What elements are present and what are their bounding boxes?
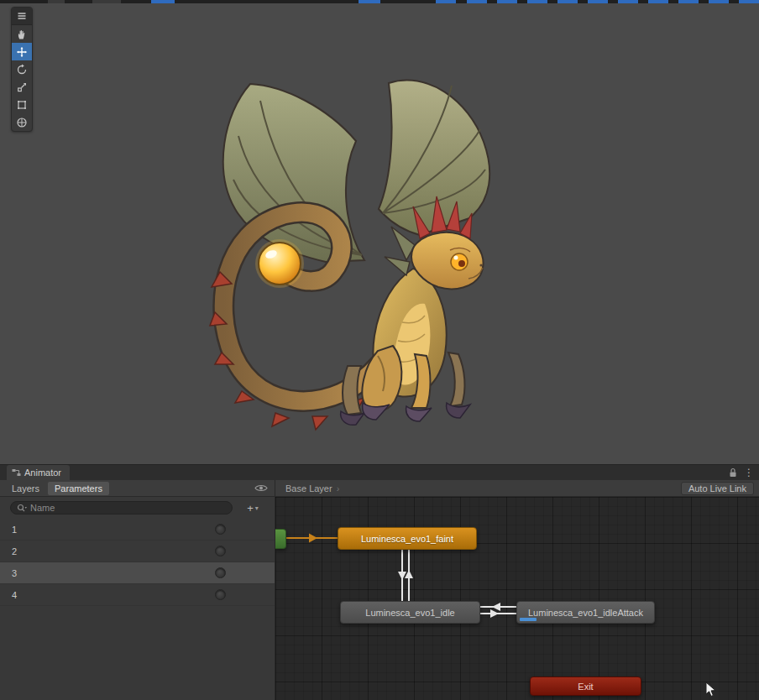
creature-sprite: [200, 71, 505, 447]
state-node-faint[interactable]: Luminesca_evo1_faint: [338, 527, 477, 550]
lock-icon[interactable]: [729, 468, 737, 478]
transform-tool-button[interactable]: [12, 113, 32, 131]
rect-icon: [16, 99, 28, 111]
tabbar-actions: ⋮: [729, 465, 754, 480]
breadcrumb[interactable]: Base Layer: [285, 483, 332, 494]
state-label: Luminesca_evo1_idle: [365, 608, 454, 618]
menu-icon: [16, 10, 28, 22]
parameter-toggle[interactable]: [215, 524, 226, 535]
parameter-row[interactable]: 4: [0, 584, 275, 606]
chevron-down-icon: ▾: [255, 504, 259, 512]
state-machine-graph[interactable]: Luminesca_evo1_faint Luminesca_evo1_idle…: [275, 497, 759, 700]
parameter-name: 2: [12, 546, 17, 556]
unity-editor-window: Animator ⋮ Layers Parameters B: [0, 0, 759, 700]
rotate-icon: [16, 64, 28, 76]
parameter-row-selected[interactable]: 3: [0, 562, 275, 584]
transform-icon: [16, 117, 28, 128]
parameters-panel: + ▾ 1 2 3 4: [0, 497, 275, 700]
parameter-toggle[interactable]: [215, 546, 226, 556]
animator-subheader: Layers Parameters Base Layer › Auto Live…: [0, 480, 759, 497]
scale-icon: [16, 81, 28, 93]
parameter-row[interactable]: 2: [0, 541, 275, 562]
state-node-idle-attack[interactable]: Luminesca_evo1_idleAttack: [516, 601, 655, 624]
parameter-name: 1: [12, 525, 17, 535]
breadcrumb-chevron-icon: ›: [337, 483, 340, 494]
animator-icon: [12, 468, 21, 477]
parameter-name: 4: [12, 590, 17, 600]
scene-view[interactable]: [0, 3, 759, 464]
state-label: Luminesca_evo1_idleAttack: [528, 608, 643, 618]
state-node-idle[interactable]: Luminesca_evo1_idle: [340, 601, 480, 624]
tab-parameters[interactable]: Parameters: [48, 482, 109, 495]
eye-icon[interactable]: [254, 483, 268, 493]
kebab-menu-icon[interactable]: ⋮: [744, 468, 754, 478]
graph-header: Base Layer › Auto Live Link: [275, 480, 759, 497]
hand-icon: [16, 29, 28, 40]
parameter-toggle[interactable]: [215, 567, 226, 578]
scale-tool-button[interactable]: [12, 78, 32, 96]
parameter-name: 3: [12, 568, 17, 578]
left-panel-header: Layers Parameters: [0, 480, 275, 497]
hand-tool-button[interactable]: [12, 25, 32, 43]
search-field[interactable]: [10, 501, 233, 515]
add-icon: +: [247, 502, 254, 515]
tab-animator[interactable]: Animator: [7, 465, 70, 480]
parameter-search-row: + ▾: [0, 497, 275, 519]
state-label: Luminesca_evo1_faint: [361, 534, 453, 544]
parameter-row[interactable]: 1: [0, 519, 275, 541]
search-icon: [17, 504, 27, 513]
search-input[interactable]: [30, 503, 226, 513]
animator-body: + ▾ 1 2 3 4: [0, 497, 759, 700]
rotate-tool-button[interactable]: [12, 60, 32, 78]
animator-tab-label: Animator: [24, 468, 61, 478]
scene-tool-palette: [11, 7, 33, 132]
toolbar-menu-button[interactable]: [12, 8, 32, 25]
state-node-exit[interactable]: Exit: [530, 676, 641, 696]
rect-tool-button[interactable]: [12, 96, 32, 113]
animator-tabbar: Animator ⋮: [0, 465, 759, 480]
playback-progress-bar: [520, 618, 537, 621]
animator-panel: Animator ⋮ Layers Parameters B: [0, 464, 759, 700]
state-node-entry[interactable]: [275, 529, 286, 549]
parameter-toggle[interactable]: [215, 589, 226, 600]
auto-live-link-button[interactable]: Auto Live Link: [681, 482, 754, 495]
move-icon: [16, 46, 28, 58]
state-label: Exit: [578, 682, 593, 692]
tab-layers[interactable]: Layers: [5, 482, 46, 495]
move-tool-button[interactable]: [12, 43, 32, 60]
add-parameter-button[interactable]: + ▾: [239, 502, 266, 515]
